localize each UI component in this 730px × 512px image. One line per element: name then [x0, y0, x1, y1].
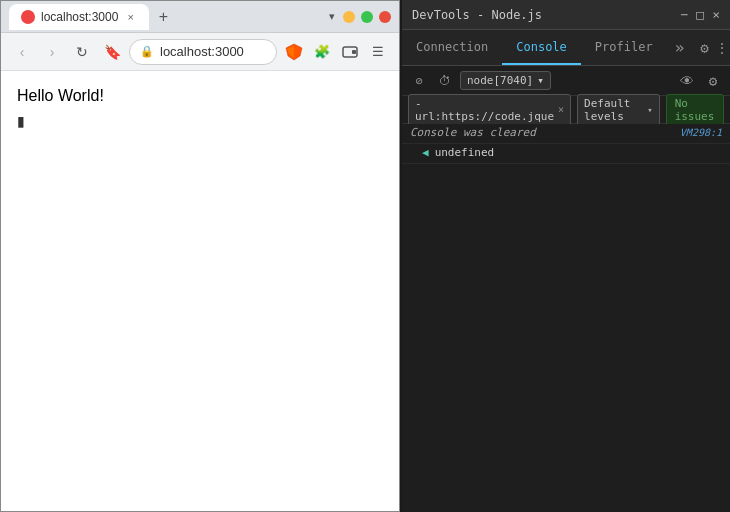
toolbar-icons: 🧩 ☰ — [281, 39, 391, 65]
cleared-text: Console was cleared — [410, 126, 536, 139]
devtools-maximize-btn[interactable]: □ — [696, 7, 704, 22]
filter-url-text: -url:https://code.jque — [415, 97, 554, 123]
console-output: Console was cleared VM298:1 ◀ undefined — [402, 124, 730, 512]
hello-world-text: Hello World! — [17, 87, 104, 104]
console-history-btn[interactable]: ⏱ — [434, 70, 456, 92]
forward-btn[interactable]: › — [39, 39, 65, 65]
window-controls — [343, 11, 391, 23]
browser-tab[interactable]: localhost:3000 × — [9, 4, 149, 30]
filter-issues-btn[interactable]: No issues — [666, 94, 724, 126]
reload-btn[interactable]: ↻ — [69, 39, 95, 65]
reload-icon: ↻ — [76, 44, 88, 60]
puzzle-icon: 🧩 — [314, 44, 330, 59]
bookmark-icon: 🔖 — [104, 44, 121, 60]
filter-levels-arrow: ▾ — [647, 105, 652, 115]
devtools-title: DevTools - Node.js — [412, 8, 542, 22]
svg-rect-3 — [352, 50, 356, 54]
forward-icon: › — [50, 44, 55, 60]
new-tab-btn[interactable]: + — [153, 6, 174, 28]
tab-dropdown-btn[interactable]: ▾ — [325, 8, 339, 25]
devtools-win-controls: − □ × — [681, 7, 720, 22]
devtools-tabs: Connection Console Profiler » ⚙ ⋮ — [402, 30, 730, 66]
console-undefined-line: ◀ undefined — [402, 144, 730, 164]
wallet-icon — [342, 44, 358, 60]
tab-connection[interactable]: Connection — [402, 30, 502, 65]
devtools-more-icon[interactable]: ⋮ — [715, 40, 729, 56]
browser-titlebar: localhost:3000 × + ▾ — [1, 1, 399, 33]
devtools-tab-icons: ⚙ ⋮ — [692, 30, 730, 65]
filter-levels-btn[interactable]: Default levels ▾ — [577, 94, 660, 126]
filter-url-tag[interactable]: -url:https://code.jque × — [408, 94, 571, 126]
more-tabs-btn[interactable]: » — [667, 30, 693, 65]
eye-btn[interactable]: 👁 — [676, 70, 698, 92]
cleared-file: VM298:1 — [680, 127, 722, 138]
tab-console-label: Console — [516, 40, 567, 54]
filter-issues-label: No issues — [675, 97, 715, 123]
node-selector-arrow: ▾ — [537, 74, 544, 87]
console-settings-btn[interactable]: ⚙ — [702, 70, 724, 92]
hamburger-icon: ☰ — [372, 44, 384, 59]
console-filter-bar: -url:https://code.jque × Default levels … — [402, 96, 730, 124]
tab-favicon — [21, 10, 35, 24]
browser-toolbar: ‹ › ↻ 🔖 🔒 localhost:3000 🧩 — [1, 33, 399, 71]
devtools-panel: DevTools - Node.js − □ × Connection Cons… — [402, 0, 730, 512]
tab-console[interactable]: Console — [502, 30, 581, 65]
wallet-btn[interactable] — [337, 39, 363, 65]
minimize-btn[interactable] — [343, 11, 355, 23]
filter-tag-close-btn[interactable]: × — [558, 104, 564, 115]
close-btn[interactable] — [379, 11, 391, 23]
console-cleared-line: Console was cleared VM298:1 — [402, 124, 730, 144]
maximize-btn[interactable] — [361, 11, 373, 23]
address-bar[interactable]: 🔒 localhost:3000 — [129, 39, 277, 65]
back-icon: ‹ — [20, 44, 25, 60]
menu-btn[interactable]: ☰ — [365, 39, 391, 65]
node-selector[interactable]: node[7040] ▾ — [460, 71, 551, 90]
brave-icon — [284, 42, 304, 62]
console-toolbar: ⊘ ⏱ node[7040] ▾ 👁 ⚙ — [402, 66, 730, 96]
back-btn[interactable]: ‹ — [9, 39, 35, 65]
tab-connection-label: Connection — [416, 40, 488, 54]
tab-area: localhost:3000 × + — [9, 4, 321, 30]
node-selector-label: node[7040] — [467, 74, 533, 87]
lock-icon: 🔒 — [140, 45, 154, 58]
tab-close-btn[interactable]: × — [124, 10, 136, 24]
tab-profiler[interactable]: Profiler — [581, 30, 667, 65]
bookmark-btn[interactable]: 🔖 — [99, 39, 125, 65]
extensions-btn[interactable]: 🧩 — [309, 39, 335, 65]
devtools-minimize-btn[interactable]: − — [681, 7, 689, 22]
cursor-indicator: ▮ — [17, 113, 383, 129]
browser-window: localhost:3000 × + ▾ ‹ › ↻ 🔖 🔒 localhost… — [0, 0, 400, 512]
history-icon: ⏱ — [439, 74, 451, 88]
devtools-settings-icon[interactable]: ⚙ — [700, 40, 708, 56]
address-text: localhost:3000 — [160, 44, 244, 59]
filter-levels-label: Default levels — [584, 97, 644, 123]
brave-icon-btn[interactable] — [281, 39, 307, 65]
tab-profiler-label: Profiler — [595, 40, 653, 54]
undefined-arrow: ◀ — [422, 146, 429, 159]
clear-icon: ⊘ — [415, 74, 422, 88]
undefined-text: undefined — [435, 146, 495, 159]
devtools-titlebar: DevTools - Node.js − □ × — [402, 0, 730, 30]
browser-content: Hello World! ▮ — [1, 71, 399, 511]
console-clear-btn[interactable]: ⊘ — [408, 70, 430, 92]
tab-title: localhost:3000 — [41, 10, 118, 24]
devtools-close-btn[interactable]: × — [712, 7, 720, 22]
